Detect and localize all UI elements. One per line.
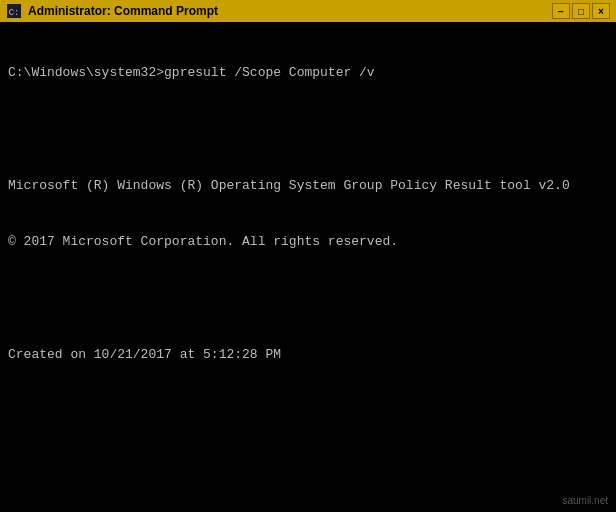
minimize-button[interactable]: − bbox=[552, 3, 570, 19]
console-line-4: Created on 10/21/2017 at 5:12:28 PM bbox=[8, 346, 608, 365]
title-bar: C: Administrator: Command Prompt − □ × bbox=[0, 0, 616, 22]
console-line-6 bbox=[8, 459, 608, 478]
close-button[interactable]: × bbox=[592, 3, 610, 19]
svg-text:C:: C: bbox=[9, 8, 20, 18]
console-line-5 bbox=[8, 403, 608, 422]
console-line-1: Microsoft (R) Windows (R) Operating Syst… bbox=[8, 177, 608, 196]
maximize-button[interactable]: □ bbox=[572, 3, 590, 19]
console-line-2: © 2017 Microsoft Corporation. All rights… bbox=[8, 233, 608, 252]
console-body: C:\Windows\system32>gpresult /Scope Comp… bbox=[0, 22, 616, 512]
console-line-3 bbox=[8, 290, 608, 309]
watermark: saumil.net bbox=[562, 495, 608, 506]
title-bar-controls: − □ × bbox=[552, 3, 610, 19]
title-bar-text: Administrator: Command Prompt bbox=[28, 4, 546, 18]
console-line-0 bbox=[8, 120, 608, 139]
prompt-line: C:\Windows\system32>gpresult /Scope Comp… bbox=[8, 64, 608, 83]
cmd-icon: C: bbox=[6, 3, 22, 19]
